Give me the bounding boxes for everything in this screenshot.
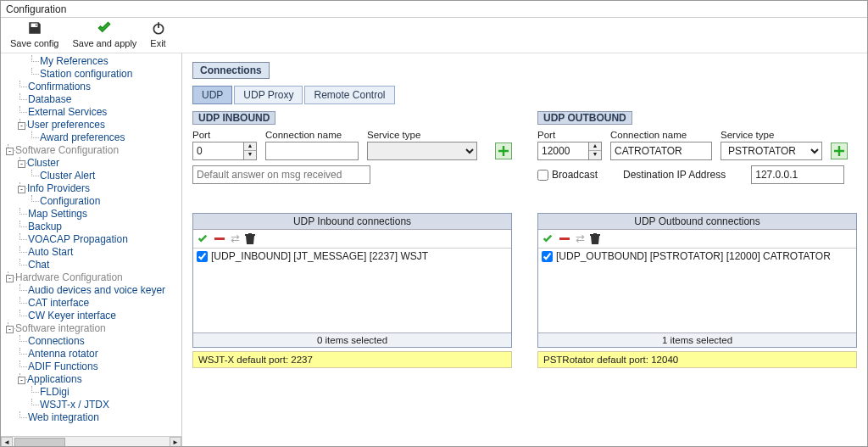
toolbar-label: Save config — [10, 38, 58, 48]
tree-item[interactable]: Database — [16, 93, 181, 106]
outbound-add-button[interactable] — [831, 142, 848, 159]
inbound-service-select[interactable] — [367, 142, 477, 160]
outbound-band: UDP OUTBOUND — [537, 111, 632, 125]
tree-item[interactable]: Web integration — [16, 411, 181, 424]
inbound-conn-name-input[interactable] — [265, 142, 359, 160]
check-icon[interactable] — [197, 232, 209, 245]
tab-remote-control[interactable]: Remote Control — [304, 86, 394, 104]
tree-item[interactable]: WSJT-x / JTDX — [28, 399, 181, 411]
outbound-port-input[interactable]: ▲▼ — [537, 142, 602, 160]
tree-item-label: Cluster — [27, 157, 59, 169]
dest-ip-label: Destination IP Address — [623, 169, 726, 181]
expand-icon[interactable]: - — [6, 148, 14, 155]
tree-item[interactable]: -Software integration — [4, 322, 181, 335]
tree-item[interactable]: Backup — [16, 221, 181, 233]
scroll-thumb[interactable] — [14, 438, 65, 448]
broadcast-checkbox[interactable]: Broadcast — [537, 169, 598, 181]
conn-name-label: Connection name — [265, 130, 359, 140]
expand-icon[interactable]: - — [18, 160, 25, 168]
tree-item[interactable]: ADIF Functions — [16, 360, 181, 373]
tree-pane[interactable]: My ReferencesStation configurationConfir… — [1, 53, 182, 447]
spin-up-icon[interactable]: ▲ — [589, 142, 601, 151]
tree-item-label: Database — [28, 93, 71, 105]
inbound-list-title: UDP Inbound connections — [193, 214, 511, 230]
tree-item[interactable]: Configuration — [28, 195, 181, 208]
tree-item[interactable]: External Services — [16, 106, 181, 119]
dest-ip-input[interactable] — [751, 165, 844, 184]
tree-item[interactable]: -Cluster — [16, 157, 181, 170]
tab-udp[interactable]: UDP — [192, 86, 232, 104]
list-item[interactable]: [UDP_INBOUND] [JT_MESSAGE] [2237] WSJT — [193, 249, 511, 264]
tree-item-label: Applications — [27, 373, 82, 385]
save-apply-button[interactable]: Save and apply — [68, 18, 141, 51]
minus-icon[interactable] — [214, 232, 225, 245]
expand-icon[interactable]: - — [18, 186, 25, 193]
scroll-right-icon[interactable]: ► — [170, 437, 181, 448]
tree-item[interactable]: -Hardware Configuration — [4, 271, 181, 284]
toggle-icon[interactable]: ⇄ — [231, 232, 240, 245]
tree-item-label: Audio devices and voice keyer — [28, 284, 165, 296]
tree-item[interactable]: My References — [28, 55, 181, 68]
expand-icon[interactable]: - — [6, 326, 14, 333]
spin-down-icon[interactable]: ▼ — [244, 151, 256, 159]
tabs: UDPUDP ProxyRemote Control — [192, 86, 857, 104]
tree-item-label: Connections — [28, 335, 85, 347]
tree-item-label: Web integration — [28, 411, 99, 423]
tree-item[interactable]: FLDigi — [28, 386, 181, 399]
tree-item[interactable]: Connections — [16, 335, 181, 348]
minus-icon[interactable] — [559, 232, 570, 245]
tree-item[interactable]: VOACAP Propagation — [16, 233, 181, 246]
list-item-checkbox[interactable] — [542, 251, 553, 262]
trash-icon[interactable] — [590, 232, 600, 245]
tree-item-label: Configuration — [40, 195, 100, 207]
spin-down-icon[interactable]: ▼ — [589, 151, 601, 159]
inbound-port-field[interactable] — [192, 142, 243, 160]
list-item-checkbox[interactable] — [197, 251, 208, 262]
list-item[interactable]: [UDP_OUTBOUND] [PSTROTATOR] [12000] CATR… — [538, 249, 856, 264]
exit-button[interactable]: Exit — [146, 18, 170, 51]
tree-item[interactable]: Cluster Alert — [28, 170, 181, 182]
tree-item[interactable]: Station configuration — [28, 68, 181, 81]
tree-item[interactable]: -Applications — [16, 373, 181, 386]
default-answer-input[interactable] — [192, 165, 370, 184]
tree-item[interactable]: Confirmations — [16, 81, 181, 93]
tree-item[interactable]: CAT interface — [16, 297, 181, 310]
tree-item[interactable]: -User preferences — [16, 119, 181, 131]
scroll-left-icon[interactable]: ◄ — [1, 437, 13, 448]
spin-up-icon[interactable]: ▲ — [244, 142, 256, 151]
tree-item[interactable]: Antenna rotator — [16, 348, 181, 360]
expand-icon[interactable]: - — [18, 122, 25, 130]
tree-item[interactable]: -Software Configuration — [4, 144, 181, 157]
tree-item[interactable]: Audio devices and voice keyer — [16, 284, 181, 297]
inbound-port-input[interactable]: ▲▼ — [192, 142, 257, 160]
trash-icon[interactable] — [245, 232, 255, 245]
svc-type-label: Service type — [367, 130, 487, 140]
svg-rect-3 — [559, 237, 570, 240]
horizontal-scrollbar[interactable]: ◄ ► — [1, 436, 181, 447]
outbound-conn-name-input[interactable] — [610, 142, 712, 160]
tab-udp-proxy[interactable]: UDP Proxy — [234, 86, 303, 104]
outbound-panel: UDP OUTBOUND Port ▲▼ Connection name — [537, 111, 857, 368]
tree-item[interactable]: -Info Providers — [16, 182, 181, 195]
check-icon[interactable] — [542, 232, 554, 245]
conn-name-label: Connection name — [610, 130, 712, 140]
tree-item[interactable]: CW Keyer interface — [16, 310, 181, 322]
tree-item[interactable]: Chat — [16, 259, 181, 271]
tree-item-label: Award preferences — [40, 131, 125, 143]
tree-item[interactable]: Award preferences — [28, 131, 181, 144]
tree-item-label: Chat — [28, 259, 49, 271]
tree-item-label: Confirmations — [28, 81, 91, 92]
save-config-button[interactable]: Save config — [6, 18, 63, 51]
outbound-service-select[interactable]: PSTROTATOR — [721, 142, 822, 160]
tree-item[interactable]: Auto Start — [16, 246, 181, 259]
inbound-band: UDP INBOUND — [192, 111, 275, 125]
tree-item[interactable]: Map Settings — [16, 208, 181, 221]
toolbar: Save config Save and apply Exit — [1, 18, 867, 53]
tree-item-label: FLDigi — [40, 386, 70, 398]
tree-item-label: CW Keyer interface — [28, 310, 116, 321]
inbound-add-button[interactable] — [495, 142, 512, 159]
toggle-icon[interactable]: ⇄ — [576, 232, 585, 245]
expand-icon[interactable]: - — [18, 377, 25, 384]
expand-icon[interactable]: - — [6, 275, 14, 282]
outbound-port-field[interactable] — [537, 142, 588, 160]
